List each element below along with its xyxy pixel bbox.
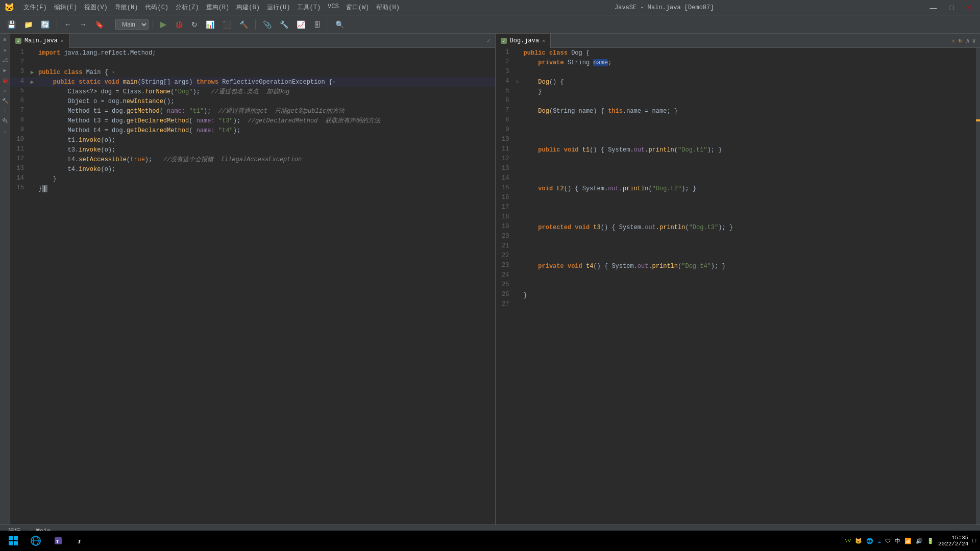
toolbar-attach[interactable]: 📎 <box>260 19 275 30</box>
menu-view[interactable]: 视图(V) <box>81 2 111 13</box>
table-row: 8 Method t3 = dog.getDeclaredMethod( nam… <box>10 116 495 126</box>
table-row: 2 <box>10 58 495 67</box>
table-row: 10 <box>496 135 981 145</box>
network-icon: 🌐 <box>866 538 873 544</box>
sidebar-git[interactable]: ⎇ <box>1 56 10 65</box>
svg-text:T: T <box>56 539 59 545</box>
menu-build[interactable]: 构建(B) <box>233 2 263 13</box>
browser-icon[interactable] <box>27 532 45 550</box>
scroll-indicator[interactable] <box>976 48 980 524</box>
collapse-icon[interactable]: ∨ <box>972 37 980 45</box>
left-tab-bar: J Main.java ✕ ✓ <box>10 34 496 48</box>
menu-vcs[interactable]: VCS <box>325 2 342 13</box>
table-row: 1 import java.lang.reflect.Method; <box>10 48 495 58</box>
menu-help[interactable]: 帮助(H) <box>373 2 403 13</box>
main-java-editor[interactable]: 1 import java.lang.reflect.Method; 2 3 ▶… <box>10 48 496 524</box>
toolbar-search[interactable]: 🔍 <box>332 19 347 30</box>
tab-dog-java[interactable]: J Dog.java ✕ <box>496 34 551 48</box>
tab-main-close[interactable]: ✕ <box>61 38 64 44</box>
expand-icon[interactable]: ∧ <box>966 37 972 45</box>
typora-icon[interactable]: T <box>49 532 67 550</box>
table-row: 15 void t2() { System.out.println("Dog.t… <box>496 184 981 193</box>
toolbar-sync[interactable]: 🔄 <box>38 19 53 30</box>
sidebar-favorites[interactable]: ★ <box>2 45 8 55</box>
nvidia-icon: Nv <box>844 538 851 544</box>
table-row: 24 <box>496 271 981 281</box>
main-java-icon: J <box>15 38 21 44</box>
windows-start[interactable] <box>4 532 22 550</box>
tab-bars: J Main.java ✕ ✓ J Dog.java ✕ ⚠ 6 ∧ ∨ <box>10 34 980 48</box>
table-row: 14 <box>496 174 981 184</box>
security-icon: 🛡 <box>885 538 891 544</box>
table-row: 14 } <box>10 174 495 184</box>
toolbar-bookmark[interactable]: 🔖 <box>92 19 107 30</box>
table-row: 5 } <box>496 87 981 96</box>
date: 2022/2/24 <box>938 541 968 547</box>
toolbar-save[interactable]: 💾 <box>4 19 19 30</box>
taskbar-system-tray: Nv 🐱 🌐 ☁ 🛡 中 📶 🔊 🔋 15:35 2022/2/24 □ <box>844 535 976 547</box>
toolbar-stop[interactable]: ⬛ <box>219 19 234 30</box>
tab-dog-label: Dog.java <box>510 37 540 44</box>
titlebar-controls: — □ ✕ <box>926 3 976 13</box>
titlebar-left: 🐱 文件(F) 编辑(E) 视图(V) 导航(N) 代码(C) 分析(Z) 重构… <box>4 2 403 13</box>
wifi-icon: 📶 <box>904 538 912 544</box>
menu-code[interactable]: 代码(C) <box>142 2 172 13</box>
toolbar-run[interactable]: ▶ <box>157 18 169 31</box>
sidebar-build2[interactable]: 🔨 <box>1 96 10 106</box>
sidebar-plugin[interactable]: 🔌 <box>1 116 10 126</box>
toolbar-profile[interactable]: 📈 <box>293 19 308 30</box>
tab-main-java[interactable]: J Main.java ✕ <box>10 34 69 48</box>
time: 15:35 <box>938 535 968 541</box>
cat-icon: 🐱 <box>855 538 862 544</box>
maximize-button[interactable]: □ <box>945 3 958 13</box>
toolbar-sep3 <box>153 19 153 30</box>
menu-bar: 文件(F) 编辑(E) 视图(V) 导航(N) 代码(C) 分析(Z) 重构(R… <box>20 2 403 13</box>
toolbar-reload[interactable]: ↻ <box>188 19 201 30</box>
editor-area: J Main.java ✕ ✓ J Dog.java ✕ ⚠ 6 ∧ ∨ <box>10 34 980 524</box>
sidebar-todo[interactable]: ☑ <box>2 86 8 95</box>
menu-nav[interactable]: 导航(N) <box>112 2 141 13</box>
menu-window[interactable]: 窗口(W) <box>343 2 373 13</box>
menu-edit[interactable]: 编辑(E) <box>51 2 81 13</box>
toolbar-build-app[interactable]: 🔨 <box>236 19 251 30</box>
intellij-icon[interactable]: I <box>71 532 90 550</box>
svg-rect-3 <box>14 541 18 545</box>
menu-analyze[interactable]: 分析(Z) <box>173 2 202 13</box>
main-code-table: 1 import java.lang.reflect.Method; 2 3 ▶… <box>10 48 495 193</box>
toolbar-open[interactable]: 📁 <box>21 19 36 30</box>
table-row: 11 public void t1() { System.out.println… <box>496 145 981 155</box>
minimize-button[interactable]: — <box>926 3 941 13</box>
onedrive-icon: ☁ <box>877 538 881 544</box>
ime-cn[interactable]: 中 <box>895 537 900 545</box>
menu-refactor[interactable]: 重构(R) <box>203 2 233 13</box>
close-button[interactable]: ✕ <box>962 3 976 13</box>
toolbar-forward[interactable]: → <box>77 19 90 30</box>
tab-dog-close[interactable]: ✕ <box>542 38 545 44</box>
toolbar-back[interactable]: ← <box>61 19 75 30</box>
toolbar-wrench[interactable]: 🔧 <box>277 19 291 30</box>
menu-run[interactable]: 运行(U) <box>264 2 293 13</box>
table-row: 5 Class<?> dog = Class.forName("Dog"); /… <box>10 87 495 96</box>
toolbar-sep2 <box>111 19 111 30</box>
toolbar-sep4 <box>255 19 256 30</box>
notification-icon[interactable]: □ <box>972 538 976 544</box>
table-row: 10 t1.invoke(o); <box>10 135 495 145</box>
right-tab-bar: J Dog.java ✕ ⚠ 6 ∧ ∨ <box>496 34 981 48</box>
dog-code-table: 1 public class Dog { 2 private String na… <box>496 48 981 310</box>
toolbar: 💾 📁 🔄 ← → 🔖 Main ▶ 🐞 ↻ 📊 ⬛ 🔨 📎 🔧 📈 🗄 🔍 <box>0 15 980 34</box>
toolbar-coverage[interactable]: 📊 <box>203 19 217 30</box>
table-row: 27 <box>496 300 981 310</box>
table-row: 22 <box>496 252 981 261</box>
menu-tools[interactable]: 工具(T) <box>294 2 324 13</box>
dog-java-editor[interactable]: 1 public class Dog { 2 private String na… <box>496 48 981 524</box>
sidebar-commit[interactable]: ↑ <box>2 107 8 115</box>
menu-file[interactable]: 文件(F) <box>20 2 50 13</box>
sidebar-debug2[interactable]: 🐞 <box>1 76 10 85</box>
sidebar-star[interactable]: ☆ <box>2 127 8 136</box>
toolbar-db[interactable]: 🗄 <box>310 19 324 30</box>
branch-selector[interactable]: Main <box>115 19 149 30</box>
sidebar-run2[interactable]: ▶ <box>2 66 8 75</box>
clock[interactable]: 15:35 2022/2/24 <box>938 535 968 547</box>
sidebar-structure[interactable]: ≡ <box>2 36 8 44</box>
toolbar-debug[interactable]: 🐞 <box>172 19 186 30</box>
